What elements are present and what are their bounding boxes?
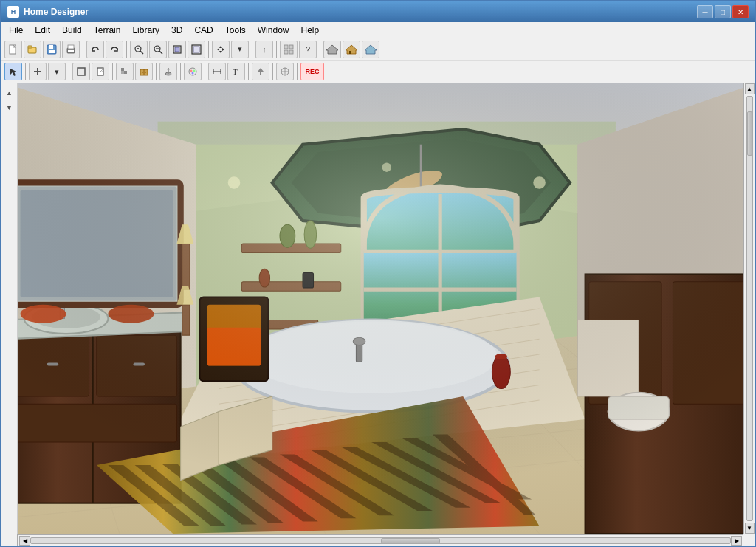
toolbar-row-1: ▾ ↑ ? bbox=[1, 38, 755, 61]
sep2-6 bbox=[205, 63, 205, 80]
svg-rect-24 bbox=[349, 51, 351, 54]
menu-library[interactable]: Library bbox=[126, 24, 165, 37]
window-title: Home Designer bbox=[24, 7, 89, 17]
sep2-9 bbox=[297, 63, 298, 80]
zoom-fit-button[interactable] bbox=[168, 41, 186, 58]
menu-terrain[interactable]: Terrain bbox=[88, 24, 127, 37]
sep2-4 bbox=[156, 63, 157, 80]
3d-scene bbox=[18, 83, 743, 534]
h-scrollbar-thumb[interactable] bbox=[381, 538, 440, 543]
svg-rect-2 bbox=[28, 46, 32, 48]
redo-button[interactable] bbox=[106, 41, 123, 58]
menu-bar: File Edit Build Terrain Library 3D CAD T… bbox=[1, 22, 755, 38]
h-scrollbar[interactable]: ◀ ▶ bbox=[18, 534, 743, 546]
title-bar-controls: ─ □ ✕ bbox=[697, 5, 749, 18]
sep2-8 bbox=[272, 63, 273, 80]
open-button[interactable] bbox=[24, 41, 41, 58]
tb-up-arrow[interactable]: ↑ bbox=[255, 41, 273, 58]
svg-rect-5 bbox=[49, 50, 55, 53]
v-scrollbar-track[interactable] bbox=[746, 96, 753, 521]
v-scrollbar-thumb[interactable] bbox=[747, 111, 752, 156]
svg-rect-8 bbox=[68, 50, 74, 52]
print-button[interactable] bbox=[62, 41, 80, 58]
svg-point-40 bbox=[190, 70, 193, 72]
tb-house3[interactable] bbox=[362, 41, 379, 58]
svg-rect-27 bbox=[78, 68, 85, 75]
tb-stair[interactable] bbox=[116, 63, 134, 80]
minimize-button[interactable]: ─ bbox=[697, 5, 713, 18]
zoom-out-button[interactable] bbox=[149, 41, 167, 58]
svg-rect-30 bbox=[121, 68, 124, 71]
scroll-down-arrow[interactable]: ▼ bbox=[745, 523, 755, 534]
sep2-7 bbox=[248, 63, 249, 80]
svg-point-41 bbox=[193, 70, 196, 72]
tb-down-arrow[interactable]: ▾ bbox=[231, 41, 249, 58]
close-button[interactable]: ✕ bbox=[732, 5, 749, 18]
sep-3 bbox=[208, 41, 209, 58]
tb-material[interactable] bbox=[184, 63, 202, 80]
svg-line-15 bbox=[159, 51, 162, 54]
new-button[interactable] bbox=[4, 41, 22, 58]
zoom-all-button[interactable] bbox=[188, 41, 205, 58]
menu-build[interactable]: Build bbox=[56, 24, 88, 37]
menu-file[interactable]: File bbox=[3, 24, 29, 37]
tb-question[interactable]: ? bbox=[299, 41, 317, 58]
tb-fixture[interactable] bbox=[159, 63, 177, 80]
sep-5 bbox=[276, 41, 277, 58]
menu-tools[interactable]: Tools bbox=[219, 24, 252, 37]
tb-grid[interactable] bbox=[280, 41, 298, 58]
right-scrollbar[interactable]: ▲ ▼ bbox=[743, 83, 755, 534]
svg-rect-7 bbox=[68, 45, 74, 49]
left-panel-scroll-down[interactable]: ▼ bbox=[3, 101, 16, 114]
svg-rect-23 bbox=[289, 50, 293, 54]
tb-house2[interactable] bbox=[343, 41, 360, 58]
menu-help[interactable]: Help bbox=[295, 24, 325, 37]
menu-edit[interactable]: Edit bbox=[29, 24, 56, 37]
menu-3d[interactable]: 3D bbox=[165, 24, 188, 37]
left-panel-scroll-up[interactable]: ▲ bbox=[3, 86, 16, 100]
scroll-left-arrow[interactable]: ◀ bbox=[19, 536, 30, 546]
sep-2 bbox=[126, 41, 127, 58]
tb-rec[interactable]: REC bbox=[300, 63, 324, 80]
save-button[interactable] bbox=[43, 41, 61, 58]
svg-point-42 bbox=[192, 72, 194, 75]
left-panel: ▲ ▼ bbox=[1, 83, 18, 534]
svg-rect-19 bbox=[193, 47, 199, 52]
menu-window[interactable]: Window bbox=[252, 24, 295, 37]
tb-house1[interactable] bbox=[323, 41, 341, 58]
sep2-1 bbox=[25, 63, 26, 80]
tb-arrows[interactable] bbox=[212, 41, 230, 58]
scroll-right-arrow[interactable]: ▶ bbox=[731, 536, 742, 546]
svg-text:T: T bbox=[233, 67, 238, 76]
corner-box-right bbox=[743, 534, 755, 546]
maximize-button[interactable]: □ bbox=[715, 5, 731, 18]
zoom-in-button[interactable] bbox=[130, 41, 148, 58]
svg-line-12 bbox=[140, 51, 143, 54]
tb-cabinet[interactable] bbox=[135, 63, 153, 80]
wall-tool-button[interactable] bbox=[29, 63, 47, 80]
title-bar: H Home Designer ─ □ ✕ bbox=[1, 1, 755, 22]
sep-4 bbox=[252, 41, 252, 58]
svg-rect-22 bbox=[284, 50, 288, 54]
bottom-area: ◀ ▶ bbox=[1, 534, 755, 546]
tb-text[interactable]: T bbox=[227, 63, 245, 80]
scroll-up-arrow[interactable]: ▲ bbox=[745, 83, 755, 94]
svg-rect-31 bbox=[124, 71, 127, 74]
svg-rect-21 bbox=[289, 45, 293, 49]
viewport[interactable] bbox=[18, 83, 743, 534]
menu-cad[interactable]: CAD bbox=[188, 24, 219, 37]
app-icon: H bbox=[7, 6, 19, 18]
undo-button[interactable] bbox=[86, 41, 104, 58]
tb-cursor2[interactable] bbox=[276, 63, 294, 80]
select-tool-button[interactable] bbox=[4, 63, 22, 80]
svg-rect-4 bbox=[49, 45, 53, 49]
tb-down2[interactable]: ▾ bbox=[48, 63, 66, 80]
title-bar-left: H Home Designer bbox=[7, 6, 89, 18]
toolbar-row-2: ▾ bbox=[1, 61, 755, 83]
tb-arrow-up[interactable] bbox=[252, 63, 269, 80]
sep-1 bbox=[83, 41, 83, 58]
tb-room[interactable] bbox=[72, 63, 90, 80]
tb-door[interactable] bbox=[92, 63, 109, 80]
h-scrollbar-track[interactable] bbox=[30, 537, 731, 544]
tb-dimension[interactable] bbox=[208, 63, 226, 80]
